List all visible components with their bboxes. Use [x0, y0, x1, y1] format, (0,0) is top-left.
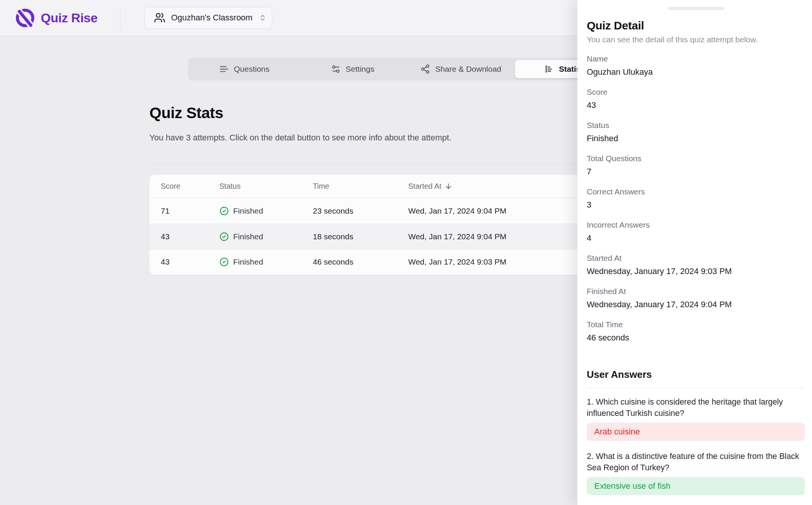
header-divider: [120, 7, 120, 29]
share-icon: [420, 64, 430, 74]
tab-settings[interactable]: Settings: [298, 60, 407, 78]
detail-field-finished-at: Finished At Wednesday, January 17, 2024 …: [587, 286, 805, 310]
detail-field-incorrect-answers: Incorrect Answers 4: [587, 220, 805, 243]
page-title: Quiz Stats: [149, 104, 223, 122]
page-description: You have 3 attempts. Click on the detail…: [149, 133, 451, 143]
detail-field-total-questions: Total Questions 7: [587, 154, 805, 177]
drawer-title: Quiz Detail: [587, 19, 805, 32]
status-label: Finished: [233, 257, 263, 266]
drawer-subtitle: You can see the detail of this quiz atte…: [587, 35, 805, 44]
classroom-selector[interactable]: Oguzhan's Classroom: [145, 7, 272, 29]
quiz-tabs: Questions Settings Share & Download Stat…: [188, 58, 626, 80]
detail-field-score: Score 43: [587, 87, 805, 111]
detail-field-name: Name Oguzhan Ulukaya: [587, 54, 805, 77]
classroom-name: Oguzhan's Classroom: [171, 13, 252, 23]
brand-name: Quiz Rise: [41, 11, 97, 25]
question-text: 2. What is a distinctive feature of the …: [587, 451, 805, 473]
status-label: Finished: [233, 232, 263, 241]
cell-score: 43: [161, 232, 219, 241]
column-header-score[interactable]: Score: [161, 182, 219, 191]
detail-field-status: Status Finished: [587, 120, 805, 144]
column-header-status[interactable]: Status: [219, 182, 313, 191]
tab-label: Settings: [346, 65, 374, 74]
detail-field-total-time: Total Time 46 seconds: [587, 320, 805, 343]
detail-field-started-at: Started At Wednesday, January 17, 2024 9…: [587, 253, 805, 277]
sort-desc-arrow-icon: [444, 182, 452, 190]
tab-questions[interactable]: Questions: [190, 60, 298, 78]
tab-share-download[interactable]: Share & Download: [407, 60, 515, 78]
question-text: 1. Which cuisine is considered the herit…: [587, 396, 805, 419]
user-answer-item: 1. Which cuisine is considered the herit…: [587, 396, 805, 441]
tab-label: Questions: [234, 65, 270, 74]
chevrons-up-down-icon: [259, 14, 266, 22]
tab-label: Share & Download: [435, 65, 501, 74]
user-answer-item: 2. What is a distinctive feature of the …: [587, 451, 805, 495]
brand-logo[interactable]: Quiz Rise: [14, 7, 97, 29]
user-answers-title: User Answers: [587, 368, 805, 381]
cell-status: Finished: [219, 206, 313, 216]
detail-field-correct-answers: Correct Answers 3: [587, 187, 805, 210]
cell-status: Finished: [219, 257, 313, 267]
column-header-time[interactable]: Time: [313, 182, 408, 191]
bar-chart-icon: [544, 64, 554, 74]
sliders-icon: [331, 64, 341, 74]
cell-status: Finished: [219, 232, 313, 242]
check-circle-icon: [219, 206, 229, 216]
quiz-rise-logo-icon: [14, 7, 36, 29]
cell-time: 23 seconds: [313, 206, 408, 216]
cell-score: 71: [161, 206, 219, 216]
correct-answer-badge: Extensive use of fish: [587, 477, 805, 495]
cell-score: 43: [161, 257, 219, 266]
user-answers-divider: [587, 388, 805, 388]
cell-time: 18 seconds: [313, 232, 408, 241]
cell-time: 46 seconds: [313, 257, 408, 266]
users-icon: [154, 12, 165, 23]
list-icon: [219, 64, 229, 74]
incorrect-answer-badge: Arab cuisine: [587, 423, 805, 441]
status-label: Finished: [233, 206, 263, 216]
drawer-drag-handle[interactable]: [667, 7, 724, 10]
check-circle-icon: [219, 232, 229, 242]
check-circle-icon: [219, 257, 229, 267]
quiz-detail-drawer: Quiz Detail You can see the detail of th…: [577, 0, 812, 505]
